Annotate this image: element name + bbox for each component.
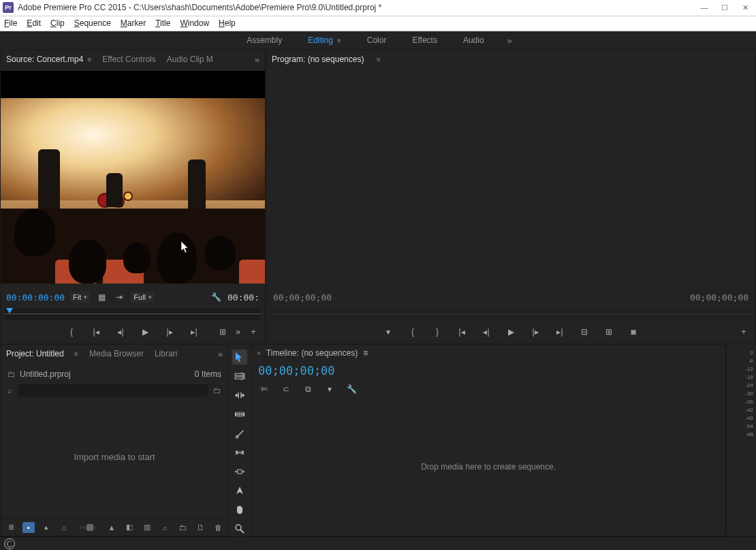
tab-media-browser[interactable]: Media Browser <box>89 349 144 358</box>
meter-label: -54 <box>729 423 753 429</box>
panab a-menu-icon[interactable]: ≡ <box>87 56 91 63</box>
tab-effect-controls[interactable]: Effect Controls <box>102 55 155 64</box>
extract-icon[interactable]: ⊞ <box>603 326 615 338</box>
track-select-forward-tool-icon[interactable] <box>232 369 247 384</box>
tab-source[interactable]: Source: Concert.mp4≡ <box>6 55 91 64</box>
settings-wrench-icon[interactable]: 🔧 <box>210 291 222 303</box>
program-go-to-in-icon[interactable]: |◂ <box>456 326 468 338</box>
workspace-menu-icon[interactable]: ≡ <box>337 37 341 44</box>
rate-stretch-tool-icon[interactable] <box>232 407 247 422</box>
menu-title[interactable]: Title <box>155 18 170 28</box>
tab-project[interactable]: Project: Untitled ≡ <box>6 349 78 358</box>
new-item-icon[interactable]: 🗋 <box>194 522 206 533</box>
program-go-to-out-icon[interactable]: ▸| <box>554 326 566 338</box>
program-time-ruler[interactable] <box>270 308 751 320</box>
timeline-drop-area[interactable]: Drop media here to create sequence. <box>251 398 725 536</box>
menu-window[interactable]: Window <box>180 18 209 28</box>
tab-timeline[interactable]: Timeline: (no sequences) <box>266 348 358 358</box>
program-step-forward-icon[interactable]: |▸ <box>529 326 541 338</box>
freeform-view-icon[interactable]: ▴ <box>40 522 52 533</box>
razor-tool-icon[interactable] <box>232 426 247 441</box>
linked-selection-icon[interactable]: ⧉ <box>302 383 314 395</box>
project-search-input[interactable] <box>18 384 208 397</box>
automate-icon[interactable]: ▥ <box>141 522 153 533</box>
add-button-icon[interactable]: + <box>247 326 259 338</box>
marker-add-icon[interactable]: ▾ <box>324 383 336 395</box>
thumbnail-size-slider[interactable] <box>80 526 96 529</box>
creative-cloud-icon[interactable] <box>4 538 15 549</box>
zoom-tool-icon[interactable] <box>232 521 247 536</box>
play-icon[interactable]: ▶ <box>139 326 151 338</box>
mark-in-icon[interactable]: { <box>65 326 78 338</box>
step-back-icon[interactable]: ◂| <box>114 326 127 338</box>
export-frame-icon[interactable]: ◙ <box>627 326 640 338</box>
new-bin-icon[interactable]: 🗀 <box>176 522 189 533</box>
list-view-icon[interactable]: ≣ <box>5 522 17 533</box>
menu-file[interactable]: File <box>4 18 17 28</box>
safe-margins-icon[interactable]: ▦ <box>95 291 108 303</box>
lift-icon[interactable]: ⊟ <box>578 326 590 338</box>
workspace-assembly[interactable]: Assembly <box>244 34 285 46</box>
tab-libraries[interactable]: Librari <box>155 349 177 358</box>
source-toggle-icon[interactable]: ⇥ <box>113 291 125 303</box>
source-zoom-dropdown[interactable]: Fit <box>70 292 90 303</box>
timeline-timecode[interactable]: 00;00;00;00 <box>251 361 725 380</box>
new-search-bin-icon[interactable]: 🗀 <box>213 386 221 395</box>
menu-marker[interactable]: Marker <box>121 18 146 28</box>
source-playhead-icon[interactable] <box>6 308 13 314</box>
thumb-large-icon[interactable]: ▲ <box>106 522 118 533</box>
project-name: Untitled.prproj <box>20 369 71 379</box>
tab-audio-clip-mixer[interactable]: Audio Clip M <box>167 55 213 64</box>
add-marker-icon[interactable]: ▾ <box>382 326 394 338</box>
step-forward-icon[interactable]: |▸ <box>163 326 176 338</box>
find-icon[interactable]: ⌕ <box>159 522 171 533</box>
timeline-close-icon[interactable]: × <box>257 350 261 357</box>
workspace-audio[interactable]: Audio <box>460 34 487 46</box>
menu-clip[interactable]: Clip <box>50 18 65 28</box>
minimize-button[interactable]: — <box>700 3 708 12</box>
timeline-settings-icon[interactable]: 🔧 <box>345 383 358 395</box>
program-step-back-icon[interactable]: ◂| <box>480 326 492 338</box>
slip-tool-icon[interactable] <box>232 445 247 460</box>
close-button[interactable]: ✕ <box>741 3 749 12</box>
menu-sequence[interactable]: Sequence <box>74 18 111 28</box>
maximize-button[interactable]: ☐ <box>721 3 729 12</box>
menu-edit[interactable]: Edit <box>27 18 41 28</box>
source-resolution-dropdown[interactable]: Full <box>131 292 155 303</box>
thumb-small-icon[interactable]: ⌂ <box>58 522 70 533</box>
hand-tool-icon[interactable] <box>232 502 247 517</box>
menu-help[interactable]: Help <box>219 18 236 28</box>
nest-toggle-icon[interactable]: ✄ <box>258 383 270 395</box>
source-viewer[interactable] <box>1 71 265 284</box>
selection-tool-icon[interactable] <box>232 350 247 365</box>
go-to-in-icon[interactable]: |◂ <box>90 326 102 338</box>
program-mark-in-icon[interactable]: { <box>407 326 419 338</box>
program-mark-out-icon[interactable]: } <box>431 326 443 338</box>
source-time-ruler[interactable] <box>5 308 261 320</box>
workspace-effects[interactable]: Effects <box>409 34 439 46</box>
snap-icon[interactable]: ⊂ <box>280 383 292 395</box>
icon-view-icon[interactable]: ▪ <box>22 522 35 533</box>
sort-icon[interactable]: ◧ <box>123 522 136 533</box>
source-tabs-overflow-icon[interactable]: » <box>255 55 259 65</box>
workspace-color[interactable]: Color <box>364 34 390 46</box>
program-add-button-icon[interactable]: + <box>738 326 750 338</box>
ripple-edit-tool-icon[interactable] <box>232 388 247 403</box>
slide-tool-icon[interactable] <box>232 464 247 479</box>
source-transport-overflow-icon[interactable]: » <box>236 327 240 337</box>
tab-program[interactable]: Program: (no sequences) ≡ <box>272 55 381 64</box>
workspace-editing[interactable]: Editing≡ <box>305 34 344 46</box>
pen-tool-icon[interactable] <box>232 483 247 498</box>
project-panel-menu-icon[interactable]: ≡ <box>74 350 78 358</box>
go-to-out-icon[interactable]: ▸| <box>188 326 200 338</box>
insert-icon[interactable]: ⊞ <box>217 326 229 338</box>
project-tabs-overflow-icon[interactable]: » <box>218 349 223 359</box>
delete-icon[interactable]: 🗑 <box>212 522 224 533</box>
workspace-overflow-icon[interactable]: » <box>507 35 512 46</box>
program-panel-menu-icon[interactable]: ≡ <box>377 56 381 63</box>
source-timecode-in[interactable]: 00:00:00:00 <box>6 292 65 303</box>
timeline-panel-menu-icon[interactable]: ≡ <box>363 348 368 358</box>
program-play-icon[interactable]: ▶ <box>505 326 517 338</box>
program-timecode-left[interactable]: 00;00;00;00 <box>266 292 338 303</box>
program-viewer[interactable] <box>266 71 755 284</box>
